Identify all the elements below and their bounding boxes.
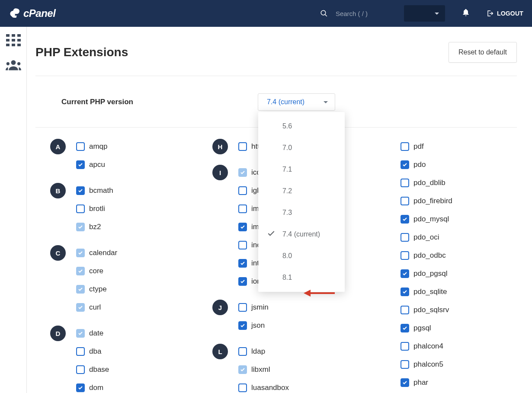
svg-rect-8 (17, 44, 21, 46)
extension-label: phalcon4 (413, 342, 443, 351)
extension-checkbox[interactable] (401, 215, 409, 224)
extension-checkbox[interactable] (76, 365, 85, 374)
extension-checkbox[interactable] (401, 142, 409, 151)
php-version-option[interactable]: 8.1 (258, 267, 345, 288)
letter-badge: L (212, 344, 228, 359)
svg-rect-5 (17, 39, 21, 42)
sidebar-users[interactable] (6, 58, 21, 72)
php-version-option-label: 5.6 (282, 122, 292, 130)
extension-item: pdo_mysql (401, 214, 517, 224)
extension-checkbox[interactable] (76, 186, 85, 195)
php-version-option[interactable]: 7.0 (258, 137, 345, 159)
extension-label: curl (89, 303, 101, 312)
extension-checkbox[interactable] (76, 303, 85, 312)
extension-checkbox[interactable] (401, 160, 409, 169)
search-icon[interactable] (320, 10, 328, 17)
extension-label: calendar (89, 249, 117, 257)
search-input[interactable] (336, 10, 392, 17)
extension-checkbox[interactable] (401, 269, 409, 278)
extension-checkbox[interactable] (238, 383, 247, 392)
reset-to-default-button[interactable]: Reset to default (449, 42, 517, 63)
extension-label: pdo_sqlite (413, 288, 447, 296)
extension-label: libxml (251, 365, 270, 374)
extension-checkbox[interactable] (238, 277, 247, 286)
caret-down-icon (324, 101, 328, 103)
extension-item: apcu (76, 160, 192, 170)
extension-checkbox[interactable] (401, 342, 409, 351)
extension-item: core (76, 266, 192, 276)
extension-label: json (251, 321, 265, 330)
php-version-option[interactable]: 7.2 (258, 180, 345, 202)
extension-checkbox[interactable] (238, 168, 247, 177)
extension-checkbox[interactable] (76, 383, 85, 392)
letter-badge: A (50, 139, 66, 154)
extension-checkbox[interactable] (401, 251, 409, 260)
extension-checkbox[interactable] (76, 249, 85, 257)
extension-label: pdo_pgsql (413, 269, 447, 278)
extension-checkbox[interactable] (76, 142, 85, 151)
sidebar-apps[interactable] (6, 33, 21, 47)
extension-checkbox[interactable] (76, 223, 85, 231)
extension-checkbox[interactable] (76, 285, 85, 294)
php-version-select[interactable]: 7.4 (current) 5.67.07.17.27.37.4 (curren… (258, 93, 335, 111)
extension-checkbox[interactable] (238, 321, 247, 330)
extension-checkbox[interactable] (238, 259, 247, 268)
extension-item: Aamqp (76, 141, 192, 152)
php-version-option[interactable]: 7.3 (258, 202, 345, 224)
extension-checkbox[interactable] (401, 306, 409, 314)
php-version-dropdown: 5.67.07.17.27.37.4 (current)8.08.1 (258, 112, 345, 292)
extension-checkbox[interactable] (401, 288, 409, 296)
extension-checkbox[interactable] (76, 204, 85, 213)
user-dropdown[interactable] (404, 5, 445, 22)
extension-checkbox[interactable] (238, 303, 247, 312)
extension-checkbox[interactable] (76, 347, 85, 356)
php-version-option[interactable]: 8.0 (258, 245, 345, 267)
php-version-option[interactable]: 7.1 (258, 159, 345, 180)
extension-label: dbase (89, 365, 109, 374)
extension-label: pdo_firebird (413, 197, 452, 205)
extension-checkbox[interactable] (401, 360, 409, 369)
php-version-option[interactable]: 7.4 (current) (258, 224, 345, 245)
extension-checkbox[interactable] (401, 378, 409, 387)
svg-point-9 (11, 60, 16, 65)
extension-checkbox[interactable] (238, 241, 247, 249)
extension-checkbox[interactable] (401, 179, 409, 187)
extension-checkbox[interactable] (238, 347, 247, 356)
main-content: PHP Extensions Reset to default Current … (27, 27, 532, 393)
php-version-option-label: 7.2 (282, 187, 292, 195)
cpanel-logo-text: cPanel (23, 7, 55, 19)
php-version-option-label: 8.1 (282, 274, 292, 281)
extension-checkbox[interactable] (401, 197, 409, 205)
extension-checkbox[interactable] (401, 324, 409, 332)
extension-checkbox[interactable] (238, 204, 247, 213)
extension-label: pgsql (413, 324, 431, 332)
svg-rect-7 (12, 44, 15, 46)
svg-rect-1 (12, 34, 15, 37)
extension-checkbox[interactable] (238, 223, 247, 231)
extension-checkbox[interactable] (76, 160, 85, 169)
php-version-option-label: 7.3 (282, 209, 292, 217)
extension-label: pdo_sqlsrv (413, 306, 449, 314)
extension-label: ctype (89, 285, 107, 294)
notifications-button[interactable] (461, 8, 470, 19)
extension-checkbox[interactable] (238, 186, 247, 195)
php-version-option[interactable]: 5.6 (258, 115, 345, 137)
extension-checkbox[interactable] (76, 329, 85, 338)
cpanel-logo-icon (9, 7, 22, 20)
extension-checkbox[interactable] (238, 365, 247, 374)
letter-badge: B (50, 183, 66, 198)
top-bar: cPanel LOGOUT (0, 0, 532, 27)
extension-checkbox[interactable] (238, 142, 247, 151)
extension-item: bz2 (76, 222, 192, 232)
extension-item: phalcon5 (401, 359, 517, 370)
logout-icon (487, 10, 494, 17)
extension-label: bcmath (89, 186, 113, 195)
logout-button[interactable]: LOGOUT (487, 10, 523, 17)
extension-item: Ddate (76, 328, 192, 339)
extension-checkbox[interactable] (76, 267, 85, 275)
extension-item: pdo_oci (401, 232, 517, 243)
cpanel-logo[interactable]: cPanel (9, 7, 55, 20)
letter-badge: I (212, 165, 228, 180)
extension-checkbox[interactable] (401, 233, 409, 242)
php-version-option-label: 7.0 (282, 144, 292, 152)
